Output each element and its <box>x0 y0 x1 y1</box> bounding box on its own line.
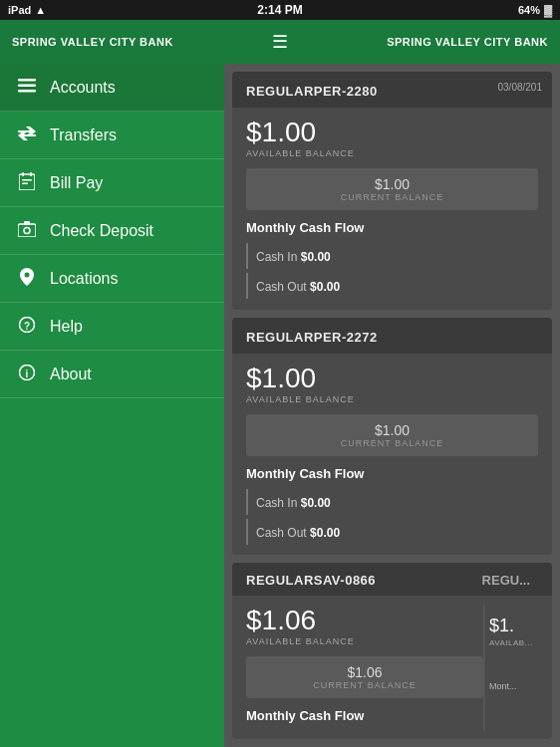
help-icon: ? <box>16 317 38 336</box>
battery-label: 64% <box>518 4 540 16</box>
header-bank-name-right: SPRING VALLEY CITY BANK <box>387 36 548 48</box>
sidebar-label-locations: Locations <box>50 270 119 288</box>
main-layout: Accounts Transfers <box>0 64 560 747</box>
sidebar-item-transfers[interactable]: Transfers <box>0 112 224 159</box>
sidebar-label-bill-pay: Bill Pay <box>50 174 103 192</box>
svg-rect-0 <box>18 79 36 82</box>
battery-icon: ▓ <box>544 4 552 16</box>
cash-out-1: Cash Out $0.00 <box>246 273 538 299</box>
available-amount-3: $1.06 <box>246 606 483 636</box>
available-label-3: AVAILABLE BALANCE <box>246 636 483 646</box>
bill-pay-icon <box>16 172 38 193</box>
account-card-2[interactable]: REGULARPER-2272 $1.00 AVAILABLE BALANCE … <box>232 318 552 556</box>
account-header-3: REGULARSAV-0866 REGU... <box>232 563 552 596</box>
header-bank-name-left: SPRING VALLEY CITY BANK <box>12 36 173 48</box>
svg-rect-1 <box>18 85 36 88</box>
current-amount-3: $1.06 <box>258 664 471 680</box>
content-area[interactable]: REGULARPER-2280 03/08/201 $1.00 AVAILABL… <box>224 64 560 747</box>
account-id-2: REGULARPER-2272 <box>246 330 378 345</box>
account-card-3[interactable]: REGULARSAV-0866 REGU... $1.06 AVAILABLE … <box>232 563 552 739</box>
check-deposit-icon <box>16 221 38 240</box>
app-container: SPRING VALLEY CITY BANK ☰ SPRING VALLEY … <box>0 20 560 747</box>
current-label-1: CURRENT BALANCE <box>258 192 526 202</box>
status-bar: iPad ▲ 2:14 PM 64% ▓ <box>0 0 560 20</box>
hamburger-icon: ☰ <box>272 33 288 51</box>
sidebar-item-locations[interactable]: Locations <box>0 255 224 303</box>
account-header-2: REGULARPER-2272 <box>232 318 552 354</box>
available-label-2: AVAILABLE BALANCE <box>246 394 538 404</box>
menu-button[interactable]: ☰ <box>272 33 288 51</box>
current-balance-box-1: $1.00 CURRENT BALANCE <box>246 168 538 210</box>
sidebar-item-accounts[interactable]: Accounts <box>0 64 224 112</box>
accounts-icon <box>16 79 38 96</box>
cards-scroll[interactable]: REGULARPER-2280 03/08/201 $1.00 AVAILABL… <box>224 64 560 747</box>
current-label-2: CURRENT BALANCE <box>258 438 526 448</box>
svg-text:?: ? <box>24 321 30 332</box>
svg-rect-7 <box>30 172 32 176</box>
cash-out-2: Cash Out $0.00 <box>246 519 538 545</box>
sidebar-label-check-deposit: Check Deposit <box>50 222 153 240</box>
current-amount-2: $1.00 <box>258 422 526 438</box>
about-icon: i <box>16 365 38 383</box>
account-body-2: $1.00 AVAILABLE BALANCE $1.00 CURRENT BA… <box>232 354 552 556</box>
cash-in-1: Cash In $0.00 <box>246 243 538 269</box>
current-balance-box-3: $1.06 CURRENT BALANCE <box>246 656 483 698</box>
monthly-cash-flow-1: Monthly Cash Flow <box>246 220 538 235</box>
svg-rect-9 <box>22 183 28 185</box>
svg-text:i: i <box>26 369 29 379</box>
locations-icon <box>16 268 38 289</box>
status-left: iPad ▲ <box>8 4 46 16</box>
card-3-left: $1.06 AVAILABLE BALANCE $1.06 CURRENT BA… <box>246 606 483 731</box>
svg-point-11 <box>24 228 30 234</box>
available-label-1: AVAILABLE BALANCE <box>246 148 538 158</box>
available-amount-2: $1.00 <box>246 364 538 394</box>
device-label: iPad <box>8 4 31 16</box>
account-header-1: REGULARPER-2280 03/08/201 <box>232 72 552 108</box>
current-label-3: CURRENT BALANCE <box>258 680 471 690</box>
current-amount-1: $1.00 <box>258 176 526 192</box>
account-body-3: $1.06 AVAILABLE BALANCE $1.06 CURRENT BA… <box>232 596 552 739</box>
sidebar-label-about: About <box>50 366 92 383</box>
current-balance-box-2: $1.00 CURRENT BALANCE <box>246 414 538 456</box>
account-body-1: $1.00 AVAILABLE BALANCE $1.00 CURRENT BA… <box>232 108 552 310</box>
partial-account-id-4: REGU... <box>482 573 538 588</box>
sidebar-item-bill-pay[interactable]: Bill Pay <box>0 159 224 207</box>
wifi-icon: ▲ <box>35 4 46 16</box>
monthly-cash-flow-2: Monthly Cash Flow <box>246 466 538 481</box>
svg-rect-5 <box>19 174 35 190</box>
sidebar-item-check-deposit[interactable]: Check Deposit <box>0 207 224 255</box>
account-id-1: REGULARPER-2280 <box>246 84 378 99</box>
card-4-partial: $1. AVAILAB... Mont... <box>483 606 538 731</box>
status-right: 64% ▓ <box>518 4 552 16</box>
sidebar-item-about[interactable]: i About <box>0 351 224 398</box>
accounts-list: REGULARPER-2280 03/08/201 $1.00 AVAILABL… <box>224 64 560 747</box>
available-amount-1: $1.00 <box>246 118 538 148</box>
svg-rect-10 <box>18 224 36 237</box>
sidebar-label-transfers: Transfers <box>50 126 117 144</box>
sidebar-label-help: Help <box>50 318 83 336</box>
svg-rect-2 <box>18 90 36 93</box>
sidebar-label-accounts: Accounts <box>50 79 116 97</box>
status-time: 2:14 PM <box>257 3 302 17</box>
cash-in-2: Cash In $0.00 <box>246 489 538 515</box>
account-id-3: REGULARSAV-0866 <box>246 573 376 588</box>
svg-rect-12 <box>24 221 30 225</box>
monthly-cash-flow-3: Monthly Cash Flow <box>246 708 483 723</box>
date-badge-1: 03/08/201 <box>498 82 543 93</box>
sidebar: Accounts Transfers <box>0 64 224 747</box>
svg-rect-8 <box>22 179 32 181</box>
svg-point-13 <box>25 273 30 278</box>
sidebar-item-help[interactable]: ? Help <box>0 303 224 351</box>
transfers-icon <box>16 126 38 143</box>
top-header: SPRING VALLEY CITY BANK ☰ SPRING VALLEY … <box>0 20 560 64</box>
svg-rect-6 <box>22 172 24 176</box>
account-card-1[interactable]: REGULARPER-2280 03/08/201 $1.00 AVAILABL… <box>232 72 552 310</box>
